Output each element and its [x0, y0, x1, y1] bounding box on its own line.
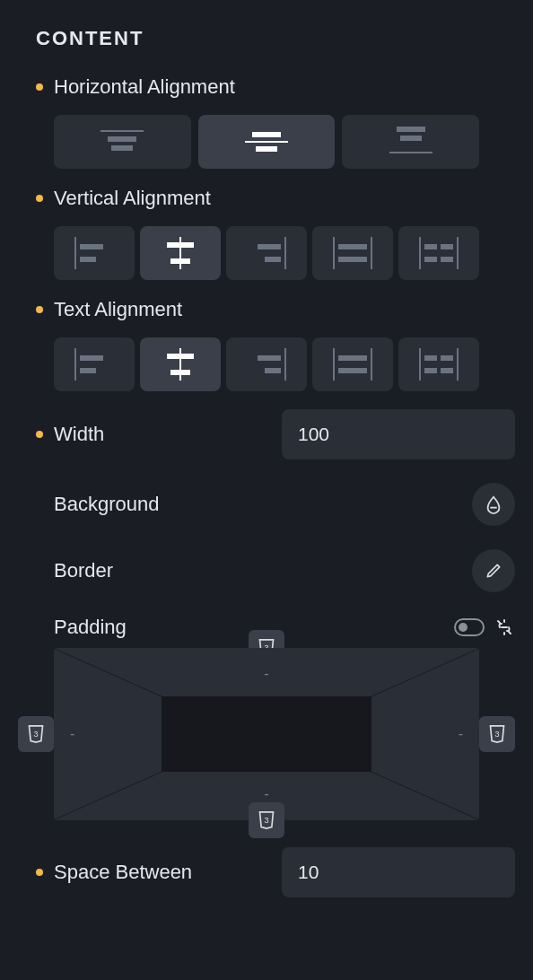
section-title: CONTENT: [36, 27, 515, 50]
modified-indicator: [36, 431, 43, 438]
valign-left-button[interactable]: [54, 226, 135, 280]
text-align-center-icon: [161, 352, 200, 377]
align-center-icon: [245, 130, 288, 153]
svg-text:3: 3: [494, 730, 499, 739]
modified-indicator: [36, 869, 43, 876]
padding-label: Padding: [54, 616, 127, 639]
padding-box[interactable]: - - - -: [54, 648, 479, 820]
text-alignment-property: Text Alignment: [18, 298, 515, 391]
padding-left-value[interactable]: -: [70, 726, 74, 742]
border-label: Border: [54, 559, 113, 582]
border-edit-button[interactable]: [472, 549, 515, 592]
text-align-between-icon: [419, 352, 459, 377]
align-bottom-icon: [389, 130, 433, 153]
css3-icon: 3: [488, 724, 506, 744]
background-label: Background: [54, 493, 159, 516]
align-center-button[interactable]: [198, 115, 336, 169]
space-between-property: Space Between 3: [18, 847, 515, 897]
css3-icon: 3: [258, 810, 275, 830]
background-property: Background: [18, 483, 515, 526]
padding-left-unit-button[interactable]: 3: [18, 716, 54, 752]
space-between-input-group: 3: [282, 847, 515, 897]
space-between-input[interactable]: [282, 847, 515, 897]
unlink-icon[interactable]: [494, 617, 515, 638]
horizontal-alignment-property: Horizontal Alignment: [18, 75, 515, 169]
text-align-right-button[interactable]: [226, 337, 307, 391]
droplet-icon: [484, 494, 503, 514]
text-align-left-icon: [74, 352, 114, 377]
padding-control: 3 3 3 - - - - 3: [18, 648, 515, 820]
padding-right-unit-button[interactable]: 3: [479, 716, 515, 752]
modified-indicator: [36, 195, 43, 202]
valign-center-button[interactable]: [140, 226, 221, 280]
svg-text:3: 3: [33, 730, 38, 739]
valign-left-icon: [74, 241, 114, 266]
width-input[interactable]: [282, 409, 515, 459]
padding-link-toggle[interactable]: [454, 618, 485, 636]
padding-right-value[interactable]: -: [459, 726, 463, 742]
padding-bottom-value[interactable]: -: [264, 786, 268, 802]
text-align-center-button[interactable]: [140, 337, 221, 391]
modified-indicator: [36, 306, 43, 313]
align-top-button[interactable]: [54, 115, 191, 169]
text-alignment-label: Text Alignment: [54, 298, 182, 321]
background-color-button[interactable]: [472, 483, 515, 526]
text-align-right-icon: [247, 352, 286, 377]
align-bottom-button[interactable]: [342, 115, 479, 169]
text-align-stretch-button[interactable]: [312, 337, 393, 391]
padding-top-value[interactable]: -: [264, 666, 268, 682]
vertical-alignment-label: Vertical Alignment: [54, 187, 211, 210]
text-align-between-button[interactable]: [398, 337, 479, 391]
valign-between-icon: [419, 241, 459, 266]
align-top-icon: [100, 130, 144, 153]
pencil-icon: [485, 562, 502, 580]
valign-right-button[interactable]: [226, 226, 307, 280]
width-input-group: 3: [282, 409, 515, 459]
padding-bottom-unit-button[interactable]: 3: [249, 802, 284, 838]
border-property: Border: [18, 549, 515, 592]
valign-stretch-icon: [333, 241, 372, 266]
vertical-alignment-property: Vertical Alignment: [18, 187, 515, 280]
horizontal-alignment-label: Horizontal Alignment: [54, 75, 235, 99]
text-align-left-button[interactable]: [54, 337, 135, 391]
valign-between-button[interactable]: [398, 226, 479, 280]
valign-stretch-button[interactable]: [312, 226, 393, 280]
svg-text:3: 3: [264, 816, 268, 825]
width-label: Width: [54, 423, 104, 446]
valign-right-icon: [247, 241, 286, 266]
css3-icon: 3: [27, 724, 45, 744]
width-property: Width 3: [18, 409, 515, 459]
space-between-label: Space Between: [54, 861, 192, 884]
text-align-stretch-icon: [333, 352, 372, 377]
modified-indicator: [36, 83, 43, 91]
valign-center-icon: [161, 241, 200, 266]
